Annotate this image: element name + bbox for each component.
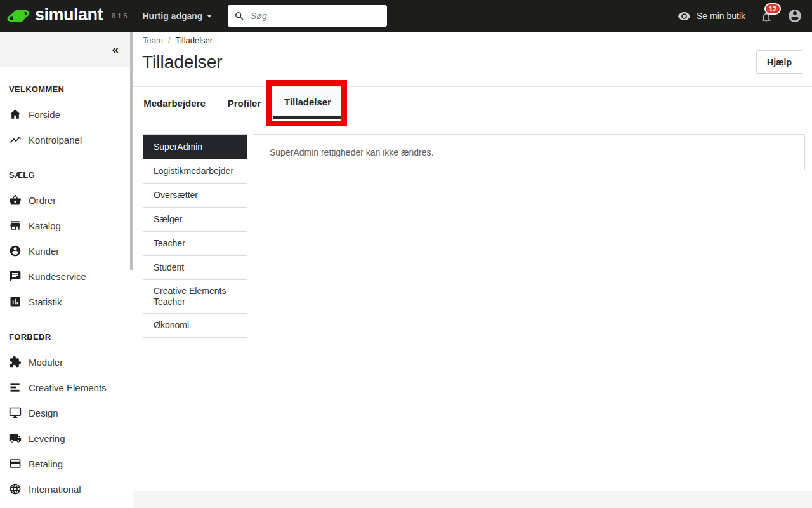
sidebar-item-label: International [29,484,81,495]
eye-icon [678,10,691,23]
profile-item-superadmin[interactable]: SuperAdmin [143,135,247,159]
sidebar-item-betaling[interactable]: Betaling [0,451,133,476]
search-icon [234,11,245,22]
sidebar-item-creative-elements[interactable]: Creative Elements [0,375,133,400]
brand-logo[interactable]: simulant [0,4,107,28]
sidebar-scrollbar[interactable] [130,32,133,270]
section-title-saelg: SÆLG [0,162,133,187]
puzzle-icon [9,356,22,368]
page-title: Tilladelser [142,52,223,72]
section-title-forbedr: FORBEDR [0,324,133,349]
brand-name: simulant [35,5,103,27]
tab-bar: Medarbejdere Profiler Tilladelser [133,86,812,119]
topbar: simulant 8.1.5 Hurtig adgang Se min buti… [0,0,812,32]
sidebar-item-label: Kundeservice [29,271,86,282]
topbar-actions: Se min butik 12 [678,8,812,23]
creative-elements-icon [9,381,22,394]
breadcrumb-current: Tilladelser [175,36,213,45]
footer-strip [133,491,812,508]
trending-up-icon [9,133,22,146]
breadcrumb-parent[interactable]: Team [143,36,163,45]
sidebar-item-design[interactable]: Design [0,400,133,425]
sidebar-item-kunder[interactable]: Kunder [0,238,133,264]
quick-access-menu[interactable]: Hurtig adgang [143,11,213,21]
sidebar-item-forside[interactable]: Forside [0,102,133,127]
collapse-sidebar-button[interactable]: « [112,43,119,55]
globe-icon [9,483,22,495]
permissions-message: SuperAdmin rettigheder kan ikke ændres. [270,147,433,157]
sidebar: « VELKOMMEN Forside Kontrolpanel SÆLG Or… [0,32,133,508]
home-icon [9,108,22,121]
sidebar-item-label: Creative Elements [29,382,107,393]
customer-icon [9,244,22,257]
chat-icon [9,270,22,283]
planet-logo-icon [6,4,30,28]
sidebar-item-statistik[interactable]: Statistik [0,289,133,314]
version-label: 8.1.5 [112,12,127,20]
sidebar-nav: VELKOMMEN Forside Kontrolpanel SÆLG Ordr… [0,76,133,502]
account-circle-icon [787,8,802,23]
breadcrumb: Team / Tilladelser [143,36,213,45]
notifications-badge: 12 [764,3,781,15]
tab-tilladelser[interactable]: Tilladelser [273,87,343,119]
sidebar-item-moduler[interactable]: Moduler [0,349,133,375]
account-menu-button[interactable] [787,8,802,23]
sidebar-item-label: Levering [29,433,65,444]
tab-profiler[interactable]: Profiler [216,87,273,119]
profile-item-student[interactable]: Student [143,255,247,279]
view-shop-link[interactable]: Se min butik [678,10,745,23]
sidebar-item-katalog[interactable]: Katalog [0,213,133,238]
search-bar [228,5,387,27]
sidebar-item-label: Moduler [29,357,63,368]
profile-item-okonomi[interactable]: Økonomi [143,313,247,337]
sidebar-item-kontrolpanel[interactable]: Kontrolpanel [0,127,133,152]
notifications-button[interactable]: 12 [760,11,773,23]
sidebar-item-label: Ordrer [29,195,56,206]
sidebar-item-label: Betaling [29,458,63,469]
quick-access-label: Hurtig adgang [143,11,203,21]
bar-chart-icon [9,295,22,308]
search-input[interactable] [251,11,381,21]
truck-icon [9,432,22,444]
view-shop-label: Se min butik [697,11,745,21]
profile-item-logistikmedarbejder[interactable]: Logistikmedarbejder [143,159,247,183]
shopping-basket-icon [9,194,22,206]
profile-item-oversaetter[interactable]: Oversætter [143,183,247,207]
storefront-icon [9,219,22,232]
credit-card-icon [9,457,22,470]
sidebar-item-label: Statistik [29,297,62,307]
sidebar-item-ordrer[interactable]: Ordrer [0,187,133,213]
sidebar-header: « [0,32,133,67]
sidebar-item-label: Design [29,408,58,418]
profile-item-creative-elements-teacher[interactable]: Creative Elements Teacher [143,279,247,313]
sidebar-item-label: Kontrolpanel [29,135,82,145]
sidebar-item-kundeservice[interactable]: Kundeservice [0,264,133,289]
sidebar-item-label: Kunder [29,246,59,257]
monitor-icon [9,406,22,419]
help-button[interactable]: Hjælp [756,50,802,74]
chevron-down-icon [207,15,212,18]
breadcrumb-separator: / [168,36,171,45]
permissions-message-panel: SuperAdmin rettigheder kan ikke ændres. [254,134,805,170]
sidebar-item-international[interactable]: International [0,476,133,502]
sidebar-item-label: Forside [29,109,60,120]
profile-item-saelger[interactable]: Sælger [143,207,247,231]
section-title-velkommen: VELKOMMEN [0,76,133,102]
profile-item-teacher[interactable]: Teacher [143,231,247,255]
tab-medarbejdere[interactable]: Medarbejdere [133,87,216,119]
main-content: Team / Tilladelser Tilladelser Hjælp Med… [133,32,812,508]
sidebar-item-label: Katalog [29,220,61,231]
profile-list: SuperAdmin Logistikmedarbejder Oversætte… [143,134,247,338]
sidebar-item-levering[interactable]: Levering [0,425,133,451]
